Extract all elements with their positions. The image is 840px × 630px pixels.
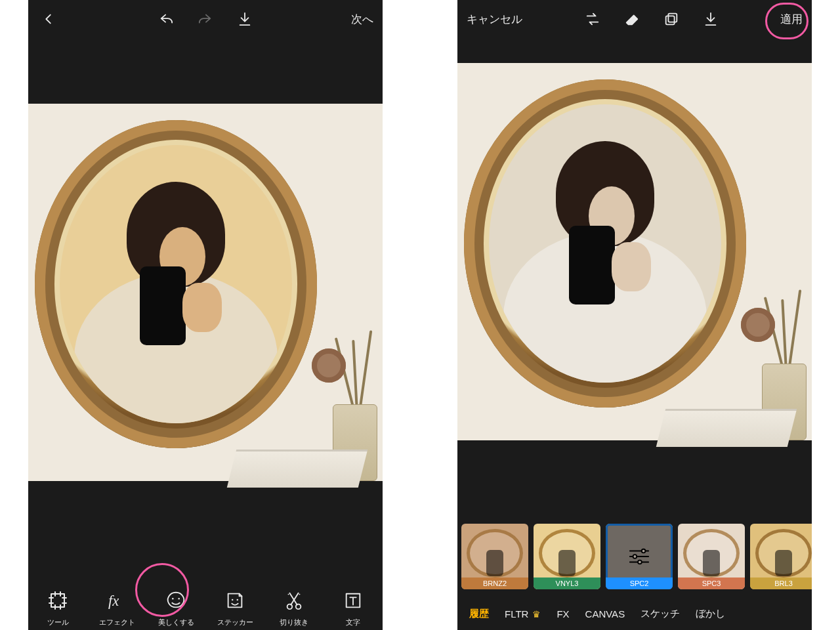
tab-canvas[interactable]: CANVAS (585, 608, 625, 620)
image-canvas[interactable] (28, 38, 383, 537)
undo-button[interactable] (155, 8, 177, 30)
comparison-stage: 次へ (0, 0, 840, 630)
tool-label: 美しくする (158, 618, 194, 627)
back-button[interactable] (37, 8, 60, 30)
tab-sketch[interactable]: スケッチ (640, 608, 680, 620)
top-bar: キャンセル 適用 (457, 0, 812, 38)
filter-thumb-spc3[interactable]: SPC3 (678, 524, 745, 589)
filter-label: BRL3 (750, 578, 812, 589)
svg-point-8 (299, 594, 301, 595)
filter-thumb-spc2[interactable]: SPC2 (606, 524, 673, 589)
svg-point-15 (638, 560, 642, 564)
tool-label: 切り抜き (280, 618, 308, 627)
filter-label: SPC3 (678, 578, 745, 589)
svg-point-13 (642, 549, 646, 553)
next-button[interactable]: 次へ (351, 12, 373, 27)
premium-crown-icon: ♛ (532, 609, 541, 620)
svg-rect-12 (665, 16, 674, 24)
text-icon (340, 587, 366, 614)
filter-label: BRNZ2 (461, 578, 528, 589)
download-button[interactable] (700, 8, 722, 30)
svg-point-5 (237, 599, 238, 600)
filter-thumb-vnyl3[interactable]: VNYL3 (534, 524, 600, 589)
tab-fx[interactable]: FX (556, 608, 569, 620)
sticker-icon (222, 587, 248, 614)
tool-label: ステッカー (217, 618, 253, 627)
category-tabs: 履歴FLTR♛FXCANVASスケッチぼかし (457, 597, 812, 630)
cutout-icon (281, 587, 307, 614)
image-canvas[interactable] (457, 38, 812, 497)
tab-blur[interactable]: ぼかし (696, 608, 725, 620)
compare-toggle-icon[interactable] (581, 8, 604, 30)
filter-label: VNYL3 (534, 578, 600, 589)
editor-screen-main: 次へ (28, 0, 383, 630)
svg-rect-0 (51, 594, 64, 607)
tool-sticker[interactable]: ステッカー (207, 587, 262, 627)
eraser-icon[interactable] (621, 8, 643, 30)
tool-cutout[interactable]: 切り抜き (266, 587, 322, 627)
edited-photo (457, 63, 812, 440)
effects-icon: fx (104, 587, 130, 614)
filter-label: SPC2 (606, 578, 673, 589)
bottom-toolbar: ツールfxエフェクト美しくするステッカー切り抜き文字 (28, 567, 383, 630)
annotation-circle-apply (765, 3, 808, 39)
svg-rect-11 (668, 14, 677, 22)
layers-icon[interactable] (660, 8, 682, 30)
tools-icon (45, 587, 71, 614)
filter-thumb-brl3[interactable]: BRL3 (750, 524, 812, 589)
filter-thumb-brnz2[interactable]: BRNZ2 (461, 524, 528, 589)
tab-fltr[interactable]: FLTR♛ (505, 608, 541, 620)
svg-point-4 (232, 599, 233, 600)
download-button[interactable] (234, 8, 256, 30)
svg-point-14 (633, 555, 637, 558)
svg-point-9 (288, 594, 289, 595)
redo-button (194, 8, 217, 30)
annotation-circle-effects (135, 563, 189, 617)
tab-history[interactable]: 履歴 (469, 608, 489, 620)
tool-text[interactable]: 文字 (326, 587, 381, 627)
editor-screen-filters: キャンセル 適用 (457, 0, 812, 630)
tool-label: 文字 (346, 618, 360, 627)
tool-tools[interactable]: ツール (30, 587, 85, 627)
tool-label: エフェクト (99, 618, 135, 627)
edited-photo (28, 104, 383, 481)
filter-thumbnails: BRNZ2VNYL3SPC2SPC3BRL3 (457, 524, 812, 592)
cancel-button[interactable]: キャンセル (467, 12, 522, 27)
svg-text:fx: fx (108, 593, 119, 609)
top-bar: 次へ (28, 0, 383, 38)
tool-label: ツール (47, 618, 69, 627)
